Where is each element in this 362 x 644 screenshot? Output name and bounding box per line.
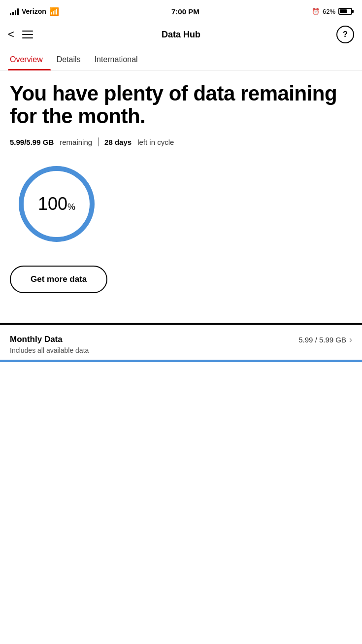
menu-button[interactable] — [22, 31, 33, 38]
header-left: < — [8, 29, 33, 40]
data-info-row: 5.99/5.99 GB remaining 28 days left in c… — [10, 137, 352, 146]
info-divider — [98, 137, 99, 146]
data-remaining-label: remaining — [60, 138, 92, 146]
tab-international[interactable]: International — [93, 49, 146, 70]
status-right: ⏰ 62% — [312, 8, 352, 15]
chevron-right-icon: › — [349, 335, 352, 345]
days-amount: 28 days — [104, 138, 132, 146]
monthly-data-subtitle: Includes all available data — [10, 346, 89, 354]
monthly-data-value: 5.99 / 5.99 GB — [298, 336, 346, 344]
monthly-data-progress-bar — [0, 360, 362, 362]
carrier-name: Verizon — [22, 7, 46, 15]
back-button[interactable]: < — [8, 29, 14, 40]
tab-bar: Overview Details International — [0, 49, 362, 70]
battery-percent: 62% — [323, 8, 335, 15]
battery-icon — [338, 8, 352, 15]
monthly-data-row[interactable]: Monthly Data Includes all available data… — [0, 325, 362, 362]
monthly-data-left: Monthly Data Includes all available data — [10, 335, 89, 354]
circular-progress: 100% — [15, 162, 99, 246]
progress-number: 100 — [38, 194, 67, 214]
status-time: 7:00 PM — [171, 7, 199, 16]
data-amount: 5.99/5.99 GB — [10, 138, 54, 146]
app-header: < Data Hub ? — [0, 22, 362, 49]
monthly-data-section: Monthly Data Includes all available data… — [0, 325, 362, 362]
status-left: Verizon 📶 — [10, 7, 59, 16]
page-title: Data Hub — [162, 30, 200, 40]
progress-percent-symbol: % — [67, 202, 75, 212]
tab-details[interactable]: Details — [55, 49, 89, 70]
help-button[interactable]: ? — [336, 26, 354, 43]
days-label: left in cycle — [137, 138, 174, 146]
status-bar: Verizon 📶 7:00 PM ⏰ 62% — [0, 0, 362, 22]
progress-container: 100% — [10, 162, 352, 246]
progress-text: 100% — [38, 194, 75, 214]
main-content: You have plenty of data remaining for th… — [0, 70, 362, 323]
main-headline: You have plenty of data remaining for th… — [10, 82, 352, 128]
monthly-data-title: Monthly Data — [10, 335, 89, 344]
tab-overview[interactable]: Overview — [8, 49, 51, 70]
alarm-icon: ⏰ — [312, 8, 320, 15]
signal-icon — [10, 7, 19, 15]
monthly-data-right: 5.99 / 5.99 GB › — [298, 335, 352, 345]
get-more-data-button[interactable]: Get more data — [10, 266, 107, 293]
wifi-icon: 📶 — [49, 7, 59, 16]
